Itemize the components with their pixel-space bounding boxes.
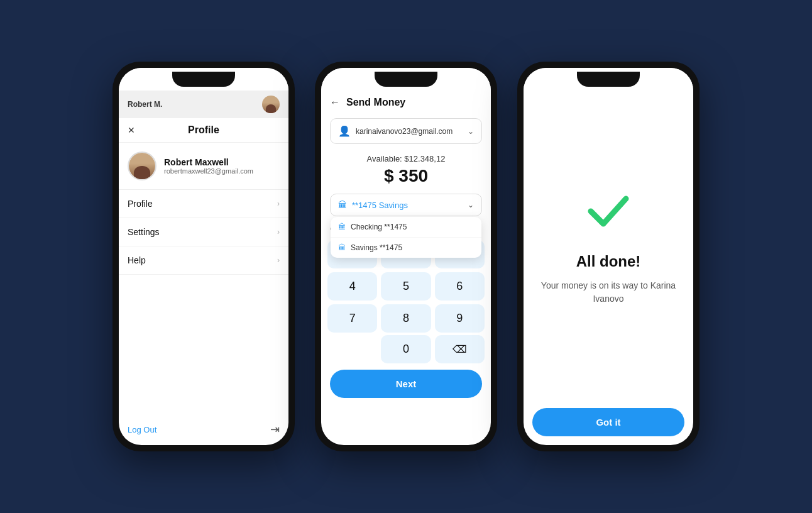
checkmark-container [583,185,634,238]
numpad-delete[interactable]: ⌫ [435,335,485,363]
amount-display: $ 350 [330,166,482,186]
notch-bar-3 [524,68,693,91]
notch-bar-1 [119,68,288,91]
recipient-dropdown-arrow: ⌄ [468,127,474,136]
dropdown-item-savings[interactable]: 🏛 Savings **1475 [331,238,481,258]
user-avatar [128,152,156,180]
avatar-face [262,96,280,113]
notch-2 [375,72,437,87]
account-selector[interactable]: 🏛 **1475 Savings ⌄ 🏛 Checking **1475 🏛 S… [330,194,482,216]
user-info-section: Robert Maxwell robertmaxwell23@gmail.com [119,143,288,190]
notch-1 [172,72,235,87]
phone-2: ← Send Money 👤 karinaivanovo23@gmail.com… [315,62,497,451]
account-dropdown-arrow: ⌄ [468,201,474,209]
user-details: Robert Maxwell robertmaxwell23@gmail.com [164,157,253,175]
menu-item-profile-chevron: › [277,199,280,208]
phone-3: All done! Your money is on its way to Ka… [517,62,700,451]
all-done-title: All done! [576,253,641,270]
numpad-0[interactable]: 0 [381,335,431,363]
numpad-4[interactable]: 4 [327,272,377,301]
notch-3 [577,72,640,87]
logout-icon: ⇥ [270,422,280,436]
avatar-body-large [134,166,150,179]
menu-item-settings-chevron: › [277,228,280,236]
got-it-button[interactable]: Got it [532,408,684,436]
menu-item-settings-label: Settings [128,227,160,237]
checking-bank-icon: 🏛 [338,223,346,231]
send-money-header: ← Send Money [321,91,491,114]
checking-label: Checking **1475 [351,223,407,231]
menu-item-help-chevron: › [277,256,280,265]
send-money-title: Send Money [346,97,405,108]
numpad-8[interactable]: 8 [381,304,431,333]
numpad-5[interactable]: 5 [381,272,431,301]
account-name: **1475 Savings [352,201,463,210]
notification-bar: Robert M. [119,91,288,118]
user-name: Robert Maxwell [164,157,253,167]
close-button[interactable]: ✕ [128,125,135,135]
menu-item-help[interactable]: Help › [119,246,288,275]
all-done-subtitle: Your money is on its way to Karina Ivano… [536,279,681,306]
profile-title: Profile [188,124,219,136]
menu-item-help-label: Help [128,255,146,265]
bank-icon: 🏛 [338,200,347,210]
profile-footer: Log Out ⇥ [119,414,288,445]
logout-button[interactable]: Log Out [128,425,156,434]
recipient-selector[interactable]: 👤 karinaivanovo23@gmail.com ⌄ [330,118,482,144]
numpad-bottom-row: 0 ⌫ [321,335,491,363]
numpad-7[interactable]: 7 [327,304,377,333]
recipient-email: karinaivanovo23@gmail.com [356,127,463,136]
menu-item-profile[interactable]: Profile › [119,190,288,218]
savings-bank-icon: 🏛 [338,243,346,252]
numpad-6[interactable]: 6 [435,272,485,301]
available-balance: Available: $12.348,12 [330,154,482,163]
profile-header: ✕ Profile [119,118,288,143]
menu-item-settings[interactable]: Settings › [119,218,288,246]
notification-avatar [262,96,280,113]
user-email: robertmaxwell23@gmail.com [164,167,253,175]
numpad-empty [327,335,377,363]
recipient-icon: 👤 [338,125,351,137]
next-button[interactable]: Next [330,370,482,398]
back-button[interactable]: ← [330,97,340,108]
notification-name: Robert M. [128,100,162,109]
success-content: All done! Your money is on its way to Ka… [524,91,693,399]
success-footer: Got it [524,399,693,445]
numpad-9[interactable]: 9 [435,304,485,333]
avatar-face-large [129,153,155,179]
avatar-body [266,104,277,113]
notch-bar-2 [321,68,491,91]
savings-label: Savings **1475 [351,243,402,252]
amount-section: Available: $12.348,12 $ 350 [321,148,491,190]
menu-item-profile-label: Profile [128,199,153,209]
dropdown-item-checking[interactable]: 🏛 Checking **1475 [331,217,481,238]
account-dropdown-menu: 🏛 Checking **1475 🏛 Savings **1475 [331,217,481,258]
phone-1: Robert M. ✕ Profile Robert Maxwell rober… [112,62,295,451]
checkmark-icon [583,185,634,235]
